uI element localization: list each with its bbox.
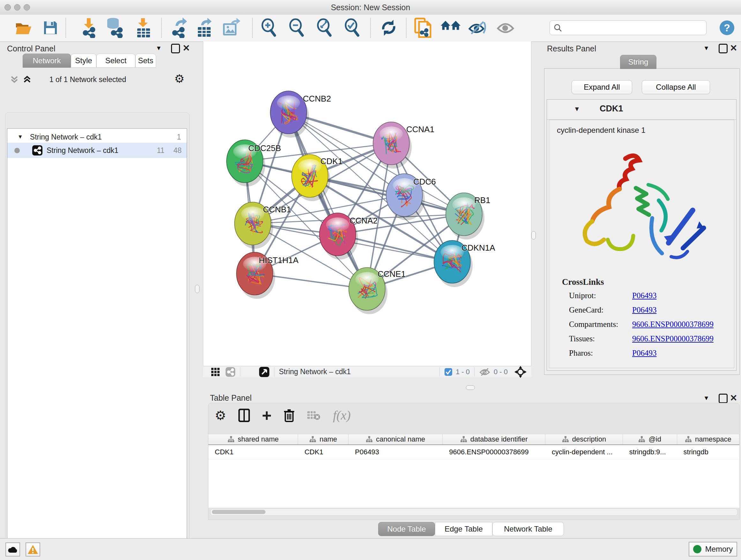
table-horizontal-scrollbar[interactable]: [210, 509, 738, 516]
crosslink-link[interactable]: P06493: [632, 349, 657, 358]
table-cell[interactable]: 9606.ENSP00000378699: [443, 445, 545, 459]
export-image-icon[interactable]: [220, 17, 241, 39]
crosshair-icon[interactable]: [514, 366, 527, 378]
column-header-database-identifier[interactable]: database identifier: [443, 434, 545, 444]
birdseye-view-icon[interactable]: [259, 367, 270, 377]
network-row[interactable]: String Network – cdk1 11 48: [7, 143, 187, 158]
tab-network[interactable]: Network: [23, 54, 71, 68]
zoom-selected-icon[interactable]: [342, 17, 363, 39]
cloud-status-button[interactable]: [5, 543, 20, 557]
tab-sets[interactable]: Sets: [135, 54, 156, 68]
memory-button[interactable]: Memory: [689, 542, 737, 557]
node-CCNA1[interactable]: [373, 122, 412, 169]
search-icon: [554, 23, 562, 32]
column-header-canonical-name[interactable]: canonical name: [348, 434, 443, 444]
collapse-all-networks-icon[interactable]: [10, 75, 19, 84]
show-all-eye-icon[interactable]: [495, 17, 516, 39]
column-header-name[interactable]: name: [298, 434, 348, 444]
control-panel-close-icon[interactable]: ✕: [183, 43, 190, 53]
tab-select[interactable]: Select: [96, 54, 135, 68]
left-splitter-handle[interactable]: [195, 285, 199, 293]
collapse-all-button[interactable]: Collapse All: [642, 80, 710, 94]
collection-expand-icon[interactable]: ▼: [17, 134, 23, 140]
warnings-button[interactable]: [25, 543, 40, 557]
column-header--id[interactable]: @id: [623, 434, 677, 444]
right-splitter-handle[interactable]: [531, 231, 536, 240]
crosslinks-heading: CrossLinks: [562, 277, 604, 287]
crosslink-link[interactable]: P06493: [632, 306, 657, 314]
control-panel-collapse-icon[interactable]: ▼: [156, 45, 162, 52]
control-panel-float-icon[interactable]: [171, 44, 180, 53]
toolbar-separator: [474, 368, 475, 376]
zoom-in-icon[interactable]: [259, 17, 280, 39]
table-panel-close-icon[interactable]: ✕: [730, 393, 737, 403]
table-cell[interactable]: P06493: [348, 445, 443, 459]
table-panel-collapse-icon[interactable]: ▼: [703, 395, 710, 401]
function-builder-icon[interactable]: f(x): [333, 408, 351, 423]
show-columns-icon[interactable]: [239, 409, 250, 422]
selected-checkbox-icon[interactable]: [444, 368, 453, 376]
grid-view-icon[interactable]: [211, 367, 220, 377]
save-session-icon[interactable]: [40, 17, 61, 39]
memory-status-dot-icon: [693, 545, 701, 553]
search-input[interactable]: [549, 20, 706, 35]
memory-label: Memory: [705, 545, 733, 554]
column-header-description[interactable]: description: [545, 434, 623, 444]
table-settings-gear-icon[interactable]: ⚙: [215, 408, 226, 423]
search-field[interactable]: [565, 23, 706, 32]
delete-column-icon[interactable]: [284, 409, 294, 422]
table-cell[interactable]: stringdb: [677, 445, 739, 459]
results-panel-float-icon[interactable]: [719, 44, 728, 53]
home-pages-icon[interactable]: [441, 17, 461, 39]
delete-table-icon[interactable]: [307, 410, 321, 421]
help-button[interactable]: ?: [720, 20, 734, 35]
network-label: String Network – cdk1: [47, 146, 118, 155]
copy-network-icon[interactable]: [413, 17, 434, 39]
column-header-shared-name[interactable]: shared name: [208, 434, 298, 444]
title-bar: Session: New Session: [0, 0, 741, 15]
table-cell[interactable]: CDK1: [298, 445, 348, 459]
expand-all-networks-icon[interactable]: [22, 75, 32, 84]
network-canvas[interactable]: CCNB2CCNA1CDC25BCDK1CDC6RB1CCNB1CCNA2CDK…: [203, 42, 531, 366]
results-panel-close-icon[interactable]: ✕: [730, 43, 737, 53]
entry-collapse-icon[interactable]: ▼: [574, 105, 580, 113]
import-network-file-icon[interactable]: [78, 17, 99, 39]
table-cell[interactable]: CDK1: [208, 445, 298, 459]
tab-edge-table[interactable]: Edge Table: [435, 522, 492, 536]
network-collection-row[interactable]: ▼ String Network – cdk1 1: [7, 130, 187, 144]
table-cell[interactable]: stringdb:9...: [623, 445, 677, 459]
tab-style[interactable]: Style: [71, 54, 96, 68]
network-share-icon[interactable]: [225, 367, 235, 377]
node-label-CCNB1: CCNB1: [263, 205, 291, 214]
network-options-gear-icon[interactable]: ⚙: [174, 72, 185, 85]
import-table-icon[interactable]: [132, 17, 153, 39]
edge-CCNB2-CCNE1[interactable]: [288, 112, 367, 289]
hide-selected-eye-icon[interactable]: [468, 17, 488, 39]
export-network-icon[interactable]: [168, 17, 189, 39]
scrollbar-thumb[interactable]: [212, 510, 266, 514]
crosslink-link[interactable]: 9606.ENSP00000378699: [632, 320, 714, 329]
column-type-icon: [685, 436, 692, 443]
table-cell[interactable]: cyclin-dependent ...: [545, 445, 623, 459]
zoom-out-icon[interactable]: [286, 17, 307, 39]
export-table-icon[interactable]: [194, 17, 215, 39]
table-panel-float-icon[interactable]: [719, 394, 728, 403]
crosslink-link[interactable]: P06493: [632, 291, 657, 300]
tab-string-results[interactable]: String: [620, 55, 657, 69]
node-table: shared namenamecanonical namedatabase id…: [208, 434, 739, 508]
node-entry-header[interactable]: ▼ CDK1: [547, 100, 736, 120]
hidden-eye-icon[interactable]: [479, 367, 490, 377]
tab-node-table[interactable]: Node Table: [378, 522, 435, 536]
crosslink-link[interactable]: 9606.ENSP00000378699: [632, 334, 714, 343]
table-row[interactable]: CDK1CDK1P064939606.ENSP00000378699cyclin…: [208, 445, 739, 459]
add-column-icon[interactable]: +: [262, 411, 272, 420]
refresh-icon[interactable]: [378, 17, 399, 39]
column-header-namespace[interactable]: namespace: [677, 434, 739, 444]
horizontal-splitter-handle[interactable]: [466, 385, 475, 390]
open-session-icon[interactable]: [13, 17, 34, 39]
results-panel-collapse-icon[interactable]: ▼: [703, 45, 710, 52]
zoom-fit-icon[interactable]: [314, 17, 335, 39]
tab-network-table[interactable]: Network Table: [492, 522, 564, 536]
import-network-database-icon[interactable]: [104, 17, 125, 39]
expand-all-button[interactable]: Expand All: [571, 80, 632, 94]
